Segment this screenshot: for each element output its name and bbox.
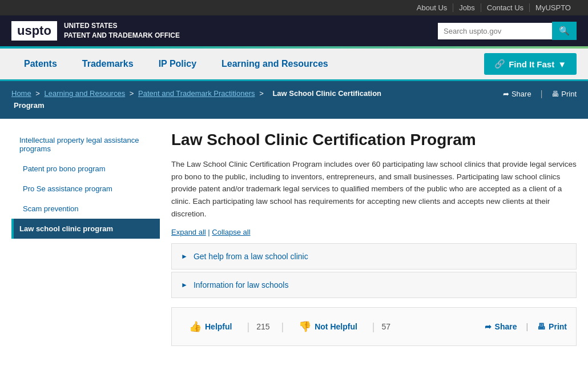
nav-ip-policy[interactable]: IP Policy — [146, 49, 209, 79]
nav-trademarks[interactable]: Trademarks — [70, 49, 146, 79]
find-it-fast-button[interactable]: 🔗 Find It Fast ▼ — [484, 53, 577, 75]
not-helpful-button[interactable]: 👎 Not Helpful — [291, 316, 365, 337]
sidebar-item-ip-legal[interactable]: Intellectual property legal assistance p… — [11, 130, 160, 159]
thumbs-down-icon: 👎 — [299, 320, 311, 333]
agency-name: UNITED STATES PATENT AND TRADEMARK OFFIC… — [64, 21, 180, 41]
print-icon-feedback: 🖶 — [537, 322, 545, 331]
breadcrumb-actions: ➦ Share | 🖶 Print — [503, 89, 577, 98]
search-button[interactable]: 🔍 — [552, 22, 577, 40]
accordion-header-1[interactable]: ► Information for law schools — [172, 272, 576, 297]
about-us-link[interactable]: About Us — [411, 3, 453, 12]
nav-patents[interactable]: Patents — [11, 49, 70, 79]
myuspto-link[interactable]: MyUSPTO — [530, 3, 577, 12]
feedback-bar: 👍 Helpful | 215 | 👎 Not Helpful | 57 ➦ S… — [171, 307, 577, 346]
jobs-link[interactable]: Jobs — [453, 3, 481, 12]
breadcrumb-home[interactable]: Home — [11, 89, 31, 98]
expand-collapse-controls: Expand all | Collapse all — [171, 228, 577, 236]
logo: uspto — [11, 21, 57, 41]
accordion-label-1: Information for law schools — [194, 280, 289, 289]
content-area: Law School Clinic Certification Program … — [171, 130, 577, 347]
site-header: uspto UNITED STATES PATENT AND TRADEMARK… — [0, 15, 588, 46]
share-icon-feedback: ➦ — [485, 322, 492, 331]
feedback-right: ➦ Share | 🖶 Print — [485, 322, 567, 331]
feedback-left: 👍 Helpful | 215 | 👎 Not Helpful | 57 — [181, 316, 390, 337]
link-icon: 🔗 — [494, 59, 505, 69]
search-input[interactable] — [438, 23, 552, 39]
helpful-button[interactable]: 👍 Helpful — [181, 316, 240, 337]
accordion-item-0: ► Get help from a law school clinic — [171, 243, 577, 270]
not-helpful-label: Not Helpful — [315, 322, 357, 331]
nav-learning[interactable]: Learning and Resources — [209, 49, 341, 79]
search-area: 🔍 — [438, 22, 577, 40]
accordion-arrow-0: ► — [181, 252, 188, 260]
accordion-arrow-1: ► — [181, 281, 188, 289]
page-title: Law School Clinic Certification Program — [171, 130, 577, 150]
print-icon: 🖶 — [551, 90, 559, 98]
sidebar-item-law-school[interactable]: Law school clinic program — [11, 219, 160, 239]
share-icon: ➦ — [503, 90, 509, 98]
helpful-count: 215 — [256, 322, 269, 331]
sidebar-item-pro-se[interactable]: Pro Se assistance program — [11, 179, 160, 199]
logo-text: uspto — [17, 23, 51, 38]
thumbs-up-icon: 👍 — [189, 320, 202, 333]
helpful-label: Helpful — [205, 322, 232, 331]
expand-all-link[interactable]: Expand all — [171, 228, 206, 236]
main-content: Intellectual property legal assistance p… — [0, 119, 588, 358]
accordion-item-1: ► Information for law schools — [171, 272, 577, 298]
share-link[interactable]: ➦ Share — [503, 90, 531, 98]
feedback-share-link[interactable]: ➦ Share — [485, 322, 517, 331]
not-helpful-count: 57 — [382, 322, 391, 331]
accordion-label-0: Get help from a law school clinic — [194, 252, 308, 261]
chevron-down-icon: ▼ — [558, 59, 566, 69]
contact-us-link[interactable]: Contact Us — [481, 3, 530, 12]
sidebar: Intellectual property legal assistance p… — [11, 130, 160, 347]
intro-text: The Law School Clinic Certification Prog… — [171, 158, 577, 220]
breadcrumb-practitioners[interactable]: Patent and Trademark Practitioners — [138, 89, 255, 98]
breadcrumb-bar: Home > Learning and Resources > Patent a… — [0, 81, 588, 119]
print-link[interactable]: 🖶 Print — [551, 90, 577, 98]
sidebar-item-pro-bono[interactable]: Patent pro bono program — [11, 159, 160, 179]
accordion-header-0[interactable]: ► Get help from a law school clinic — [172, 244, 576, 269]
collapse-all-link[interactable]: Collapse all — [212, 228, 250, 236]
nav-links: Patents Trademarks IP Policy Learning an… — [11, 49, 341, 79]
top-bar: About Us Jobs Contact Us MyUSPTO — [0, 0, 588, 15]
breadcrumb-learning[interactable]: Learning and Resources — [45, 89, 126, 98]
sidebar-item-scam[interactable]: Scam prevention — [11, 199, 160, 219]
nav-bar: Patents Trademarks IP Policy Learning an… — [0, 49, 588, 81]
breadcrumb: Home > Learning and Resources > Patent a… — [11, 88, 503, 112]
feedback-print-link[interactable]: 🖶 Print — [537, 322, 567, 331]
logo-area: uspto UNITED STATES PATENT AND TRADEMARK… — [11, 21, 180, 41]
